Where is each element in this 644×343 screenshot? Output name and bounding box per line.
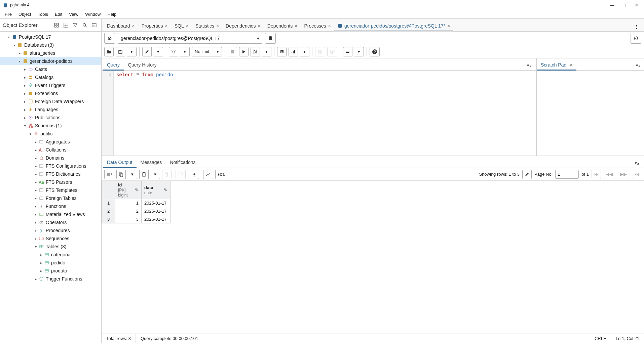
tree-table-categoria[interactable]: ▸categoria bbox=[0, 251, 101, 259]
search-icon[interactable] bbox=[80, 21, 89, 30]
chevron-down-icon[interactable]: ▾ bbox=[11, 43, 17, 47]
tree-table-produto[interactable]: ▸produto bbox=[0, 267, 101, 275]
tree-collations[interactable]: ▸A↓Collations bbox=[0, 146, 101, 154]
menu-file[interactable]: File bbox=[1, 10, 15, 18]
reset-layout-icon[interactable] bbox=[631, 33, 641, 44]
table-row[interactable]: 332025-01-17 bbox=[102, 215, 171, 223]
save-icon[interactable] bbox=[116, 47, 125, 56]
tab-messages[interactable]: Messages bbox=[137, 157, 166, 168]
tree-fts-parsers[interactable]: ▸AaFTS Parsers bbox=[0, 178, 101, 186]
scratch-pad[interactable] bbox=[537, 71, 644, 156]
tree-domains[interactable]: ▸Domains bbox=[0, 154, 101, 162]
menu-tools[interactable]: Tools bbox=[35, 10, 51, 18]
expand-icon[interactable] bbox=[524, 61, 535, 70]
close-icon[interactable]: × bbox=[132, 23, 135, 29]
sql-editor[interactable]: 1 select * from pedido bbox=[102, 71, 536, 156]
tree-event-triggers[interactable]: ▸Event Triggers bbox=[0, 81, 101, 89]
edit-icon[interactable]: ✎ bbox=[164, 187, 167, 192]
tree-table-pedido[interactable]: ▸pedido bbox=[0, 259, 101, 267]
menu-window[interactable]: Window bbox=[82, 10, 104, 18]
tab-query-tool[interactable]: gerenciador-pedidos/postgres@PostgreSQL … bbox=[334, 20, 453, 31]
tree-operators[interactable]: ▸Operators bbox=[0, 218, 101, 226]
tree-db-alura[interactable]: ▸ alura_series bbox=[0, 49, 101, 57]
tree-databases[interactable]: ▾ Databases (3) bbox=[0, 41, 101, 49]
tab-data-output[interactable]: Data Output bbox=[103, 157, 137, 168]
tab-scratch-pad[interactable]: Scratch Pad × bbox=[537, 59, 576, 70]
column-header-id[interactable]: id[PK] bigint✎ bbox=[115, 181, 142, 199]
execute-dropdown-icon[interactable]: ▾ bbox=[262, 47, 271, 56]
tree-server[interactable]: ▾ PostgreSQL 17 bbox=[0, 33, 101, 41]
more-icon[interactable]: ⋮ bbox=[631, 22, 642, 31]
chevron-down-icon[interactable]: ▾ bbox=[17, 59, 22, 63]
close-icon[interactable]: × bbox=[258, 23, 261, 29]
column-header-data[interactable]: datadate✎ bbox=[142, 181, 171, 199]
chevron-right-icon[interactable]: ▸ bbox=[17, 51, 22, 55]
maximize-icon[interactable]: ◻ bbox=[622, 2, 627, 8]
tree-fts-config[interactable]: ▸FTS Configurations bbox=[0, 162, 101, 170]
tree-fts-dict[interactable]: ▸FTS Dictionaries bbox=[0, 170, 101, 178]
close-icon[interactable]: × bbox=[447, 23, 450, 29]
filter-icon[interactable] bbox=[71, 21, 80, 30]
tab-notifications[interactable]: Notifications bbox=[166, 157, 199, 168]
tree-procedures[interactable]: ▸()Procedures bbox=[0, 226, 101, 234]
tab-statistics[interactable]: Statistics× bbox=[192, 20, 222, 31]
menu-edit[interactable]: Edit bbox=[51, 10, 66, 18]
paste-dropdown-icon[interactable]: ▾ bbox=[151, 170, 160, 179]
sql-text-icon[interactable]: SQL bbox=[215, 170, 227, 179]
close-icon[interactable]: ✕ bbox=[635, 2, 639, 8]
explain-analyze-icon[interactable] bbox=[289, 47, 298, 56]
tree-trigger-functions[interactable]: ▸Trigger Functions bbox=[0, 275, 101, 283]
tab-dependents[interactable]: Dependents× bbox=[264, 20, 301, 31]
tree-publications[interactable]: ▸Publications bbox=[0, 114, 101, 122]
table-row[interactable]: 112025-01-17 bbox=[102, 199, 171, 207]
prev-page-icon[interactable]: ◀◀ bbox=[604, 170, 615, 179]
tab-properties[interactable]: Properties× bbox=[138, 20, 171, 31]
close-icon[interactable]: × bbox=[216, 23, 219, 29]
tree-fdw[interactable]: ▸Foreign Data Wrappers bbox=[0, 97, 101, 105]
tab-dependencies[interactable]: Dependencies× bbox=[222, 20, 264, 31]
tab-dashboard[interactable]: Dashboard× bbox=[104, 20, 138, 31]
tree-fts-templates[interactable]: ▸FTS Templates bbox=[0, 186, 101, 194]
tree-mviews[interactable]: ▸Materialized Views bbox=[0, 210, 101, 218]
connection-dropdown[interactable]: gerenciador-pedidos/postgres@PostgreSQL … bbox=[118, 33, 262, 44]
tree-schemas[interactable]: ▾Schemas (1) bbox=[0, 122, 101, 130]
next-page-icon[interactable]: ▶▶ bbox=[618, 170, 629, 179]
properties-icon[interactable] bbox=[52, 21, 61, 30]
grid-icon[interactable] bbox=[62, 21, 70, 30]
paste-icon[interactable] bbox=[139, 170, 149, 179]
tree-schema-public[interactable]: ▾public bbox=[0, 130, 101, 138]
connection-status-icon[interactable] bbox=[104, 33, 115, 44]
table-row[interactable]: 222025-01-17 bbox=[102, 207, 171, 215]
macro-icon[interactable] bbox=[343, 47, 352, 56]
chevron-down-icon[interactable]: ▾ bbox=[6, 35, 11, 39]
menu-help[interactable]: Help bbox=[104, 10, 120, 18]
open-file-icon[interactable] bbox=[104, 47, 114, 56]
edit-dropdown-icon[interactable]: ▾ bbox=[154, 47, 163, 56]
copy-dropdown-icon[interactable]: ▾ bbox=[128, 170, 137, 179]
tree[interactable]: ▾ PostgreSQL 17 ▾ Databases (3) ▸ alura_… bbox=[0, 32, 101, 343]
copy-icon[interactable] bbox=[116, 170, 126, 179]
save-data-icon[interactable] bbox=[176, 170, 186, 179]
limit-select[interactable]: No limit▾ bbox=[192, 47, 222, 56]
save-dropdown-icon[interactable]: ▾ bbox=[127, 47, 137, 56]
download-icon[interactable] bbox=[190, 170, 199, 179]
status-crlf[interactable]: CRLF bbox=[590, 334, 611, 343]
last-page-icon[interactable]: ⏭ bbox=[632, 170, 641, 179]
tab-processes[interactable]: Processes× bbox=[301, 20, 335, 31]
result-grid[interactable]: id[PK] bigint✎ datadate✎ 112025-01-17 22… bbox=[102, 181, 644, 334]
tab-sql[interactable]: SQL× bbox=[171, 20, 192, 31]
tree-foreign-tables[interactable]: ▸Foreign Tables bbox=[0, 194, 101, 202]
first-page-icon[interactable]: ⏮ bbox=[592, 170, 601, 179]
row-header-corner[interactable] bbox=[102, 181, 115, 199]
edit-icon[interactable] bbox=[142, 47, 152, 56]
tree-functions[interactable]: ▸{}Functions bbox=[0, 202, 101, 210]
close-icon[interactable]: × bbox=[295, 23, 297, 29]
filter-icon[interactable] bbox=[169, 47, 178, 56]
close-icon[interactable]: × bbox=[186, 23, 189, 29]
edit-icon[interactable]: ✎ bbox=[135, 187, 139, 192]
expand-icon[interactable] bbox=[631, 159, 643, 168]
tree-db-gerenciador[interactable]: ▾ gerenciador-pedidos bbox=[0, 57, 101, 65]
add-row-icon[interactable]: + bbox=[104, 170, 114, 179]
tree-casts[interactable]: ▸Casts bbox=[0, 65, 101, 73]
tree-catalogs[interactable]: ▸Catalogs bbox=[0, 73, 101, 81]
